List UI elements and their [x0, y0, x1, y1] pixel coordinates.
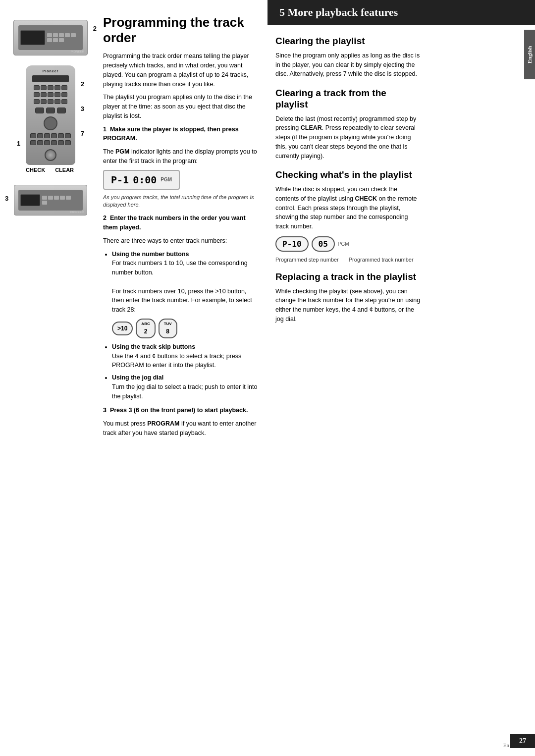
clear-label: CLEAR [55, 167, 74, 173]
step3-number: 3 [103, 407, 107, 414]
pgm-label-right: PGM [338, 241, 349, 247]
pioneer-logo: Pioneer [43, 69, 59, 73]
step2-title: Enter the track numbers in the order you… [103, 215, 246, 231]
annotation-3-mid: 3 [81, 105, 84, 112]
p10-display: P-10 [275, 236, 309, 252]
check-label: CHECK [26, 167, 45, 173]
page-en-label: En [503, 742, 509, 748]
device3-wrapper: 3 PIONEER [14, 185, 87, 216]
cd-player-bottom-image: PIONEER [14, 185, 87, 216]
right-column: Clearing the playlist Since the program … [268, 0, 436, 756]
clearing-track-text: Delete the last (most recently) programm… [275, 114, 421, 161]
replacing-track-title: Replacing a track in the playlist [275, 271, 421, 283]
step2-desc: There are three ways to enter track numb… [103, 236, 260, 246]
btn-8-tuv: TUV 8 [159, 319, 177, 338]
display-time: 0:00 [133, 174, 157, 186]
bullet3-text: Turn the jog dial to select a track; pus… [112, 383, 257, 400]
p1-display-row: P-1 0:00 PGM [103, 170, 260, 190]
cd-player-top-image: PIONEER [13, 20, 88, 55]
replacing-track-text: While checking the playlist (see above),… [275, 287, 421, 324]
clearing-playlist-text: Since the program only applies as long a… [275, 51, 421, 79]
step2-number: 2 [103, 215, 107, 221]
annotation-2-top: 2 [93, 25, 97, 32]
annotation-2-mid: 2 [81, 80, 84, 88]
programming-title: Programming the track order [103, 15, 260, 46]
display-caption: As you program tracks, the total running… [103, 194, 260, 209]
programming-intro1: Programming the track order means tellin… [103, 52, 260, 89]
caption-programmed-step: Programmed step number [275, 257, 339, 263]
step-2: 2 Enter the track numbers in the order y… [103, 214, 260, 401]
step1-title: Make sure the player is stopped, then pr… [103, 126, 239, 142]
clearing-playlist-section: Clearing the playlist Since the program … [275, 36, 421, 79]
annotation-3-bottom: 3 [5, 195, 8, 202]
number-buttons-display: >10 ABC 2 TUV 8 [112, 319, 260, 338]
checking-playlist-text: While the disc is stopped, you can check… [275, 185, 421, 231]
step3-desc: You must press PROGRAM if you want to en… [103, 419, 260, 438]
display-pgm: PGM [160, 177, 172, 182]
05-display: 05 [312, 236, 335, 252]
caption-programmed-track: Programmed track number [349, 257, 414, 263]
left-column: 2 PIONEER 2 3 7 1 [0, 0, 99, 756]
clearing-track-title: Clearing a track from the playlist [275, 88, 421, 110]
step3-title: Press 3 (6 on the front panel) to start … [110, 407, 248, 414]
bullet2-text: Use the 4 and ¢ buttons to select a trac… [112, 353, 241, 369]
bullet2-title: Using the track skip buttons [112, 343, 195, 350]
chapter-header: 5 More playback features [268, 0, 535, 25]
btn-2: 2 [144, 327, 148, 336]
p10-display-row: P-10 05 PGM [275, 236, 421, 252]
btn-tuv-label: TUV [164, 321, 172, 327]
sidebar-english-label: English [524, 30, 535, 79]
step-1: 1 Make sure the player is stopped, then … [103, 125, 260, 209]
annotation-1-mid: 1 [17, 140, 20, 147]
programming-intro2: The playlist you program applies only to… [103, 93, 260, 120]
middle-column: Programming the track order Programming … [99, 0, 268, 756]
bullet-track-skip: Using the track skip buttons Use the 4 a… [112, 342, 260, 370]
page-number: 27 [510, 734, 535, 748]
bullet1-text2: For track numbers over 10, press the >10… [112, 288, 252, 314]
btn-2-abc: ABC 2 [136, 319, 155, 338]
btn-8: 8 [166, 327, 169, 336]
checking-playlist-title: Checking what's in the playlist [275, 169, 421, 181]
track-entry-methods: Using the number buttons For track numbe… [103, 250, 260, 401]
device1-wrapper: 2 PIONEER [13, 20, 88, 55]
clearing-playlist-title: Clearing the playlist [275, 36, 421, 47]
step-3: 3 Press 3 (6 on the front panel) to star… [103, 406, 260, 437]
bullet-jog-dial: Using the jog dial Turn the jog dial to … [112, 373, 260, 401]
device2-wrapper: 2 3 7 1 Pioneer [26, 65, 75, 173]
step1-number: 1 [103, 126, 107, 133]
bullet1-title: Using the number buttons [112, 251, 189, 258]
checking-playlist-section: Checking what's in the playlist While th… [275, 169, 421, 263]
bullet3-title: Using the jog dial [112, 374, 163, 381]
bullet-number-buttons: Using the number buttons For track numbe… [112, 250, 260, 338]
replacing-track-section: Replacing a track in the playlist While … [275, 271, 421, 324]
remote-control-image: Pioneer [26, 65, 75, 165]
btn-10: >10 [112, 322, 133, 335]
step1-desc: The PGM indicator lights and the display… [103, 147, 260, 166]
bullet1-text1: For track numbers 1 to 10, use the corre… [112, 260, 248, 276]
display-p1: P-1 [111, 174, 129, 186]
check-clear-labels: CHECK CLEAR [26, 167, 75, 173]
clearing-track-section: Clearing a track from the playlist Delet… [275, 88, 421, 161]
btn-abc-label: ABC [141, 321, 150, 327]
annotation-7-mid: 7 [81, 130, 84, 137]
display-captions-row: Programmed step number Programmed track … [275, 257, 421, 263]
